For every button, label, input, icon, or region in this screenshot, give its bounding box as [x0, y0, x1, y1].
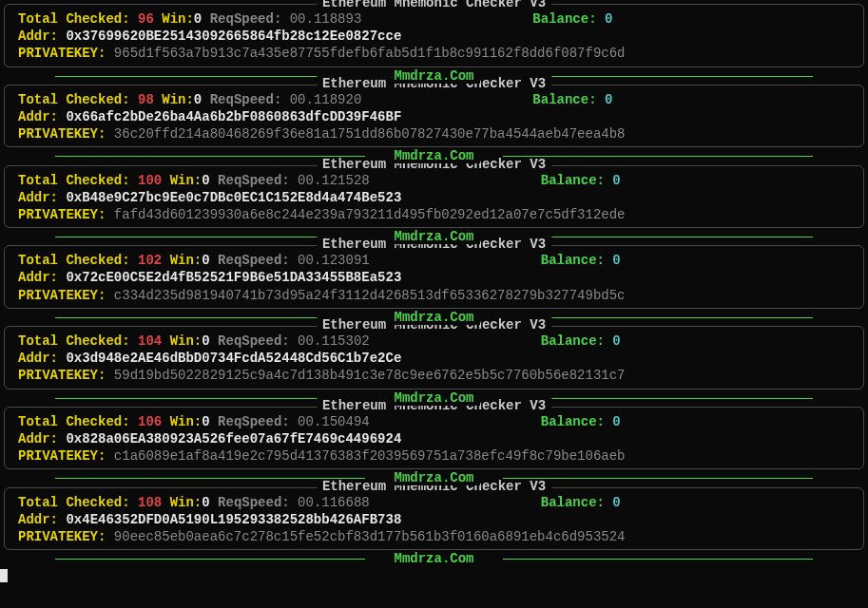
privatekey-label: PRIVATEKEY: — [18, 46, 106, 61]
win-label: Win: — [170, 333, 203, 349]
footer-line: Mmdrza.Com — [4, 309, 864, 326]
total-checked-value: 106 — [138, 414, 162, 429]
privatekey-line: PRIVATEKEY: 59d19bd5022829125c9a4c7d138b… — [18, 367, 850, 384]
footer-line: Mmdrza.Com — [4, 469, 864, 486]
win-label: Win: — [162, 11, 194, 27]
balance-label: Balance: — [541, 495, 605, 510]
privatekey-label: PRIVATEKEY: — [18, 368, 106, 383]
total-checked-label: Total Checked: — [18, 495, 130, 510]
total-checked-label: Total Checked: — [18, 92, 130, 107]
privatekey-value: 965d1f563a7b913c7a435e87755fdefb6fab5d1f… — [114, 46, 626, 61]
stats-line: Total Checked: 102 Win:0 ReqSpeed: 00.12… — [18, 252, 850, 269]
balance-label: Balance: — [532, 11, 596, 27]
total-checked-value: 108 — [138, 495, 162, 510]
privatekey-value: c334d235d981940741b73d95a24f3112d4268513… — [114, 288, 626, 303]
footer-line: Mmdrza.Com — [4, 550, 864, 567]
total-checked-label: Total Checked: — [18, 173, 130, 188]
privatekey-value: fafd43d601239930a6e8c244e239a793211d495f… — [114, 207, 626, 222]
entry-block: Ethereum Mnemonic Checker V3Total Checke… — [4, 85, 864, 148]
addr-value: 0x828a06EA380923A526fee07a67fE7469c44969… — [66, 431, 401, 446]
balance-value: 0 — [612, 414, 620, 429]
win-value: 0 — [194, 92, 202, 107]
privatekey-label: PRIVATEKEY: — [18, 288, 106, 303]
total-checked-value: 100 — [138, 173, 162, 188]
win-value: 0 — [202, 333, 209, 349]
addr-value: 0x72cE00C5E2d4fB52521F9B6e51DA33455B8Ea5… — [66, 270, 401, 285]
total-checked-value: 104 — [138, 333, 162, 349]
win-value: 0 — [202, 495, 209, 510]
block-title: Ethereum Mnemonic Checker V3 — [317, 0, 551, 10]
reqspeed-label: ReqSpeed: — [218, 333, 290, 349]
balance-value: 0 — [605, 92, 612, 107]
entry-block: Ethereum Mnemonic Checker V3Total Checke… — [4, 407, 864, 470]
footer-text: Mmdrza.Com — [388, 310, 479, 325]
privatekey-line: PRIVATEKEY: fafd43d601239930a6e8c244e239… — [18, 206, 850, 223]
addr-line: Addr: 0x828a06EA380923A526fee07a67fE7469… — [18, 430, 850, 447]
footer-line: Mmdrza.Com — [4, 147, 864, 164]
privatekey-label: PRIVATEKEY: — [18, 126, 106, 142]
addr-line: Addr: 0x4E46352DFD0A5190L195293382528bb4… — [18, 511, 850, 528]
reqspeed-label: ReqSpeed: — [218, 253, 290, 268]
reqspeed-value: 00.118920 — [290, 92, 362, 107]
addr-label: Addr: — [18, 28, 58, 44]
privatekey-value: c1a6089e1af8a419e2c795d41376383f20395697… — [114, 448, 626, 464]
footer-text: Mmdrza.Com — [388, 148, 479, 163]
footer-line: Mmdrza.Com — [4, 67, 864, 85]
stats-line: Total Checked: 106 Win:0 ReqSpeed: 00.15… — [18, 413, 850, 430]
privatekey-label: PRIVATEKEY: — [18, 529, 106, 544]
balance-label: Balance: — [541, 173, 605, 188]
reqspeed-value: 00.116688 — [298, 495, 370, 510]
addr-line: Addr: 0x72cE00C5E2d4fB52521F9B6e51DA3345… — [18, 269, 850, 286]
balance-label: Balance: — [541, 414, 605, 429]
privatekey-value: 36c20ffd214a80468269f36e81a1751dd86b0782… — [114, 126, 626, 142]
footer-text: Mmdrza.Com — [388, 68, 479, 84]
addr-label: Addr: — [18, 351, 58, 366]
reqspeed-value: 00.118893 — [290, 11, 362, 27]
footer-text: Mmdrza.Com — [388, 551, 479, 566]
addr-value: 0x37699620BE25143092665864fb28c12Ee0827c… — [66, 28, 401, 44]
footer-text: Mmdrza.Com — [388, 229, 479, 244]
footer-line: Mmdrza.Com — [4, 390, 864, 407]
privatekey-label: PRIVATEKEY: — [18, 207, 106, 222]
total-checked-value: 102 — [138, 253, 162, 268]
addr-label: Addr: — [18, 190, 58, 205]
reqspeed-label: ReqSpeed: — [210, 11, 282, 27]
entry-block: Ethereum Mnemonic Checker V3Total Checke… — [4, 326, 864, 390]
footer-text: Mmdrza.Com — [388, 390, 479, 406]
balance-value: 0 — [612, 173, 620, 188]
stats-line: Total Checked: 108 Win:0 ReqSpeed: 00.11… — [18, 494, 850, 511]
reqspeed-value: 00.150494 — [298, 414, 370, 429]
addr-label: Addr: — [18, 512, 58, 527]
win-value: 0 — [202, 173, 209, 188]
balance-value: 0 — [612, 333, 620, 349]
reqspeed-label: ReqSpeed: — [218, 495, 290, 510]
total-checked-value: 96 — [138, 11, 154, 27]
footer-line: Mmdrza.Com — [4, 228, 864, 245]
addr-value: 0xB48e9C27bc9Ee0c7DBc0EC1C152E8d4a474Be5… — [66, 190, 401, 205]
privatekey-value: 90eec85eb0aea6c7c278c15fe52cbf83d177b561… — [114, 529, 626, 544]
balance-label: Balance: — [541, 333, 605, 349]
stats-line: Total Checked: 96 Win:0 ReqSpeed: 00.118… — [18, 10, 850, 28]
entry-block: Ethereum Mnemonic Checker V3Total Checke… — [4, 245, 864, 309]
reqspeed-label: ReqSpeed: — [210, 92, 282, 107]
reqspeed-label: ReqSpeed: — [218, 414, 290, 429]
addr-value: 0x4E46352DFD0A5190L195293382528bb426AFB7… — [66, 512, 401, 527]
addr-value: 0x3d948e2AE46dBbD0734FcdA52448Cd56C1b7e2… — [66, 351, 401, 366]
addr-line: Addr: 0x37699620BE25143092665864fb28c12E… — [18, 28, 850, 45]
reqspeed-value: 00.115302 — [298, 333, 370, 349]
entry-block: Ethereum Mnemonic Checker V3Total Checke… — [4, 165, 864, 229]
privatekey-label: PRIVATEKEY: — [18, 448, 106, 464]
reqspeed-value: 00.123091 — [298, 253, 370, 268]
win-label: Win: — [170, 253, 203, 268]
total-checked-label: Total Checked: — [18, 11, 130, 27]
privatekey-line: PRIVATEKEY: 965d1f563a7b913c7a435e87755f… — [18, 45, 850, 62]
win-value: 0 — [194, 11, 202, 27]
entry-block: Ethereum Mnemonic Checker V3Total Checke… — [4, 487, 864, 551]
balance-label: Balance: — [541, 253, 605, 268]
win-value: 0 — [202, 253, 209, 268]
win-label: Win: — [170, 173, 203, 188]
reqspeed-value: 00.121528 — [298, 173, 370, 188]
win-label: Win: — [170, 495, 203, 510]
reqspeed-label: ReqSpeed: — [218, 173, 290, 188]
win-label: Win: — [162, 92, 194, 107]
